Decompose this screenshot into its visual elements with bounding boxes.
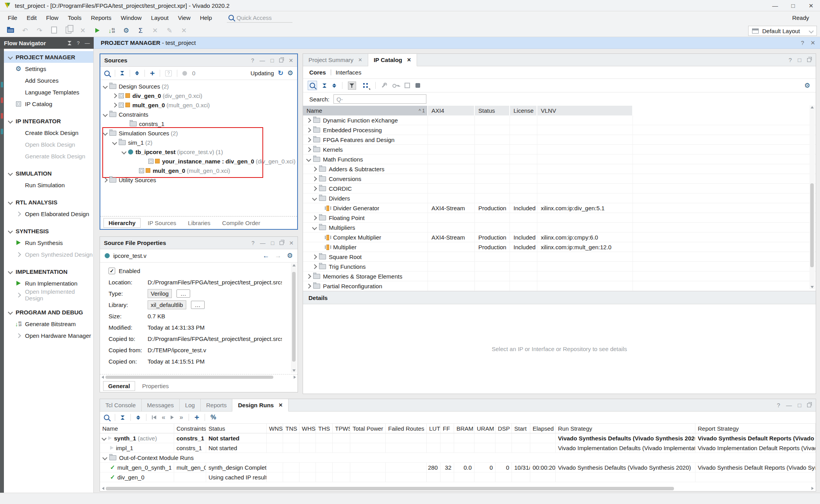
- catalog-row[interactable]: Dividers: [303, 193, 816, 203]
- expand-all-icon[interactable]: [332, 83, 337, 88]
- chevron-down-icon[interactable]: [103, 84, 108, 89]
- tab-libraries[interactable]: Libraries: [183, 218, 215, 227]
- copy-icon[interactable]: [50, 27, 58, 35]
- flow-item-settings[interactable]: ⚙Settings: [4, 63, 93, 75]
- view-interfaces[interactable]: Interfaces: [336, 69, 362, 76]
- chevron-right-icon[interactable]: [112, 103, 117, 108]
- float-icon[interactable]: [280, 241, 283, 245]
- column-header-start[interactable]: Start: [512, 424, 530, 433]
- help-icon[interactable]: ?: [801, 39, 804, 46]
- close-tab-icon[interactable]: ✕: [278, 402, 283, 408]
- column-header-uram[interactable]: URAM: [474, 424, 496, 433]
- tab-design-runs[interactable]: Design Runs✕: [232, 399, 289, 412]
- collapse-all-icon[interactable]: [120, 71, 125, 76]
- flow-item-generate-bitstream[interactable]: Generate Bitstream: [4, 318, 93, 330]
- report-sigma-icon[interactable]: Σ: [136, 27, 145, 34]
- flow-item-open-block-design[interactable]: Open Block Design: [4, 138, 93, 150]
- column-header-whs[interactable]: WHS: [299, 424, 316, 433]
- flow-section-header[interactable]: PROJECT MANAGER: [4, 51, 93, 63]
- tree-row[interactable]: mult_gen_0 (mult_gen_0.xci): [100, 166, 297, 175]
- chevron-down-icon[interactable]: [312, 196, 317, 201]
- scrollbar-thumb[interactable]: [292, 272, 296, 362]
- chevron-right-icon[interactable]: [312, 264, 317, 269]
- tree-row[interactable]: Utility Sources: [100, 175, 297, 185]
- add-sources-icon[interactable]: +: [150, 71, 155, 76]
- flow-item-open-elaborated-design[interactable]: Open Elaborated Design: [4, 208, 93, 220]
- flow-section-header[interactable]: IP INTEGRATOR: [4, 115, 93, 127]
- column-header-ths[interactable]: THS: [316, 424, 333, 433]
- chevron-down-icon[interactable]: [103, 131, 108, 136]
- catalog-row[interactable]: Partial Reconfiguration: [303, 281, 816, 291]
- flow-item-ip-catalog[interactable]: IP Catalog: [4, 98, 93, 110]
- search-icon[interactable]: [104, 415, 109, 420]
- tree-row[interactable]: Constraints: [100, 110, 297, 119]
- percent-progress-icon[interactable]: %: [210, 414, 216, 421]
- redo-icon[interactable]: ↷: [35, 27, 44, 34]
- chevron-right-icon[interactable]: [306, 137, 311, 142]
- flow-item-language-templates[interactable]: Language Templates: [4, 86, 93, 98]
- minimize-icon[interactable]: —: [766, 0, 784, 11]
- chevron-right-icon[interactable]: [306, 128, 311, 133]
- design-run-row[interactable]: ✓mult_gen_0_synth_1mult_gen_0synth_desig…: [100, 463, 816, 472]
- column-header-elapsed[interactable]: Elapsed: [530, 424, 556, 433]
- tree-row[interactable]: constrs_1: [100, 119, 297, 128]
- column-header-name[interactable]: Name^ 1: [303, 106, 428, 115]
- maximize-icon[interactable]: □: [784, 0, 802, 11]
- column-header-run-strategy[interactable]: Run Strategy: [556, 424, 695, 433]
- expand-all-icon[interactable]: [135, 71, 139, 76]
- chevron-right-icon[interactable]: [312, 186, 317, 191]
- flow-section-header[interactable]: SYNTHESIS: [4, 225, 93, 237]
- tab-reports[interactable]: Reports: [201, 399, 233, 411]
- menu-layout[interactable]: Layout: [146, 14, 173, 21]
- scroll-left-icon[interactable]: [102, 376, 104, 379]
- close-icon[interactable]: ✕: [810, 39, 815, 46]
- design-runs-group-row[interactable]: Out-of-Context Module Runs: [100, 453, 816, 463]
- create-run-icon[interactable]: +: [194, 415, 199, 420]
- browse-button[interactable]: …: [176, 289, 190, 298]
- help-icon[interactable]: ?: [789, 57, 792, 63]
- tab-messages[interactable]: Messages: [142, 399, 180, 411]
- menu-window[interactable]: Window: [116, 14, 146, 21]
- close-tab-icon[interactable]: ✕: [358, 57, 362, 63]
- catalog-row[interactable]: Dynamic Function eXchange: [303, 115, 816, 125]
- minimized-panel-marker[interactable]: [1, 113, 3, 119]
- chevron-down-icon[interactable]: [306, 157, 311, 162]
- chevron-down-icon[interactable]: [102, 455, 107, 460]
- chevron-right-icon[interactable]: [103, 177, 108, 183]
- tree-row[interactable]: tb_ipcore_test (ipcore_test.v) (1): [100, 147, 297, 156]
- column-header-tpws[interactable]: TPWS: [333, 424, 350, 433]
- collapse-all-icon[interactable]: [323, 83, 327, 88]
- search-icon[interactable]: [104, 71, 110, 76]
- catalog-row[interactable]: MultiplierProductionIncludedxilinx.com:i…: [303, 242, 816, 252]
- chevron-right-icon[interactable]: [306, 118, 311, 123]
- paste-icon[interactable]: [64, 27, 73, 35]
- tab-properties[interactable]: Properties: [137, 382, 173, 390]
- generate-bitstream-icon[interactable]: [107, 27, 116, 34]
- view-cores[interactable]: Cores: [309, 69, 326, 76]
- scroll-right-icon[interactable]: [294, 376, 296, 379]
- tree-row[interactable]: Simulation Sources (2): [100, 128, 297, 138]
- tree-row[interactable]: sim_1 (2): [100, 138, 297, 147]
- chevron-right-icon[interactable]: [312, 167, 317, 172]
- catalog-row[interactable]: CORDIC: [303, 184, 816, 193]
- search-icon[interactable]: [308, 81, 317, 90]
- column-header-status[interactable]: Status: [475, 106, 510, 115]
- chevron-down-icon[interactable]: [112, 140, 117, 145]
- catalog-row[interactable]: Conversions: [303, 174, 816, 184]
- chevron-down-icon[interactable]: [121, 149, 127, 154]
- menu-tools[interactable]: Tools: [63, 14, 86, 21]
- cancel-synthesis-icon[interactable]: ✕: [151, 27, 159, 34]
- catalog-row[interactable]: Square Root: [303, 252, 816, 262]
- design-run-row[interactable]: impl_1constrs_1Not startedVivado Impleme…: [100, 443, 816, 453]
- tab-hierarchy[interactable]: Hierarchy: [103, 218, 141, 228]
- cancel-run-icon[interactable]: ✕: [180, 27, 188, 34]
- chevron-down-icon[interactable]: [312, 225, 317, 230]
- gear-icon[interactable]: ⚙: [287, 252, 293, 259]
- menu-help[interactable]: Help: [195, 14, 217, 21]
- catalog-search-input[interactable]: Q-: [333, 94, 426, 104]
- expand-all-icon[interactable]: [136, 415, 141, 420]
- horizontal-scrollbar[interactable]: [100, 486, 816, 491]
- scroll-down-icon[interactable]: [292, 369, 296, 372]
- design-run-row[interactable]: ✓div_gen_0Using cached IP results: [100, 472, 816, 482]
- tree-row[interactable]: div_gen_0 (div_gen_0.xci): [100, 91, 297, 100]
